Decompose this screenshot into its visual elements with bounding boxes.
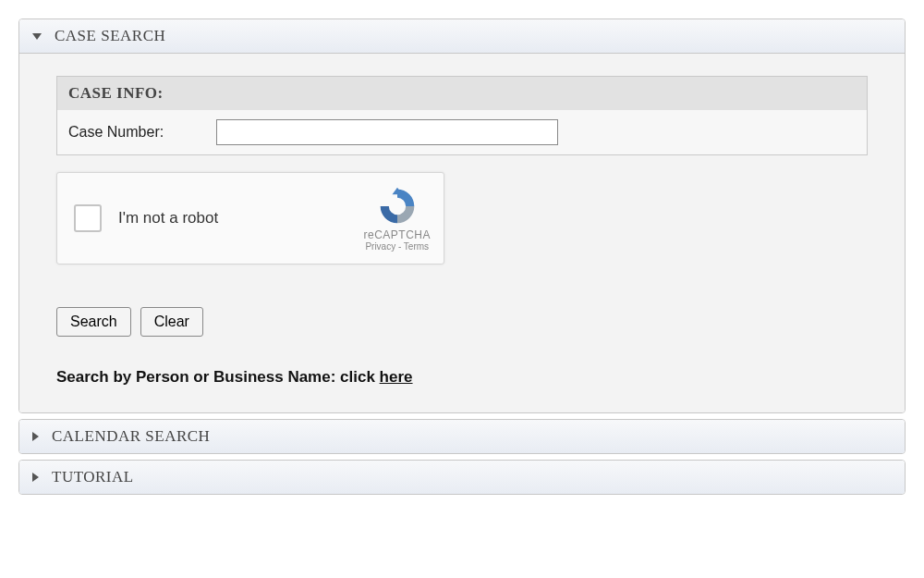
- accordion-calendar-search: CALENDAR SEARCH: [18, 419, 906, 454]
- alt-search-prefix: Search by Person or Business Name: click: [56, 368, 380, 386]
- accordion-header-case-search[interactable]: CASE SEARCH: [19, 19, 905, 54]
- case-search-body: CASE INFO: Case Number: I'm not a robot: [19, 54, 905, 412]
- case-info-heading: CASE INFO:: [57, 77, 867, 110]
- case-info-box: CASE INFO: Case Number:: [56, 76, 868, 155]
- accordion-title-case-search: CASE SEARCH: [55, 27, 165, 45]
- recaptcha-logo-icon: [377, 186, 418, 227]
- recaptcha-checkbox[interactable]: [74, 204, 102, 232]
- accordion-title-calendar-search: CALENDAR SEARCH: [52, 427, 210, 446]
- chevron-right-icon: [32, 432, 39, 441]
- case-number-input[interactable]: [216, 119, 558, 145]
- accordion-header-tutorial[interactable]: TUTORIAL: [19, 461, 905, 494]
- chevron-right-icon: [32, 473, 39, 482]
- case-number-label: Case Number:: [68, 124, 216, 141]
- page-container: CASE SEARCH CASE INFO: Case Number: I'm …: [0, 0, 924, 519]
- recaptcha-links[interactable]: Privacy - Terms: [363, 241, 431, 252]
- recaptcha-right: reCAPTCHA Privacy - Terms: [363, 186, 431, 252]
- clear-button[interactable]: Clear: [140, 307, 203, 337]
- recaptcha-brand: reCAPTCHA: [363, 228, 431, 241]
- alt-search-link[interactable]: here: [380, 368, 413, 386]
- button-row: Search Clear: [56, 307, 868, 337]
- search-button[interactable]: Search: [56, 307, 131, 337]
- recaptcha-widget: I'm not a robot reCAPTCHA Privacy - Term…: [56, 172, 444, 264]
- case-number-row: Case Number:: [57, 110, 867, 154]
- recaptcha-left: I'm not a robot: [74, 204, 218, 232]
- chevron-down-icon: [32, 33, 42, 40]
- alt-search-line: Search by Person or Business Name: click…: [56, 368, 868, 387]
- accordion-title-tutorial: TUTORIAL: [52, 468, 134, 486]
- accordion-case-search: CASE SEARCH CASE INFO: Case Number: I'm …: [18, 18, 906, 413]
- accordion-tutorial: TUTORIAL: [18, 460, 906, 495]
- recaptcha-label: I'm not a robot: [118, 209, 218, 228]
- accordion-header-calendar-search[interactable]: CALENDAR SEARCH: [19, 420, 905, 453]
